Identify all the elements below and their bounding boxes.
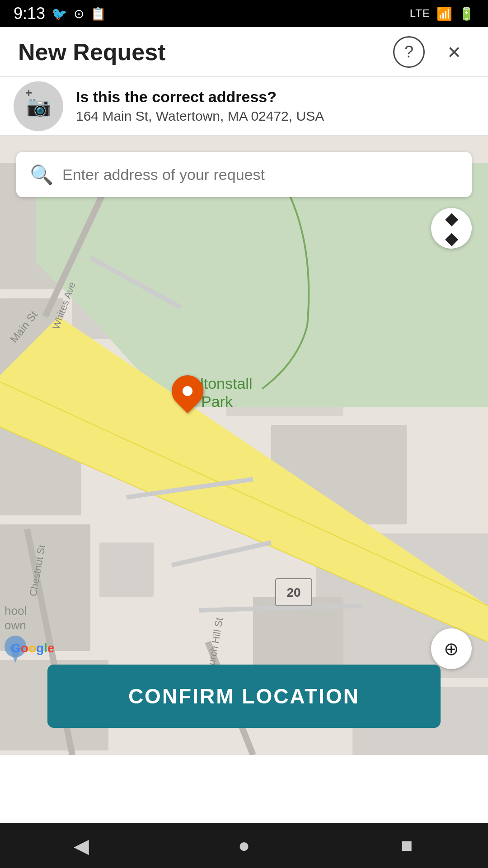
- google-o1: o: [21, 641, 28, 656]
- location-pin: [172, 375, 203, 407]
- back-nav-button[interactable]: ◀: [63, 832, 99, 859]
- search-input[interactable]: [62, 166, 458, 184]
- help-icon: ?: [404, 42, 413, 61]
- header-actions: ? ×: [393, 36, 470, 68]
- address-bar: + 📷 Is this the correct address? 164 Mai…: [0, 77, 488, 136]
- address-question: Is this the correct address?: [76, 88, 324, 106]
- pin-body: [165, 369, 210, 414]
- battery-icon: 🔋: [459, 6, 474, 21]
- svg-text:20: 20: [286, 585, 300, 599]
- gps-icon: ⊕: [444, 638, 459, 659]
- google-logo: Google: [11, 641, 54, 656]
- page-title: New Request: [18, 38, 166, 66]
- map-svg: 20 Main St Whites Ave Chestnut St Church…: [0, 136, 488, 755]
- svg-text:hool: hool: [5, 604, 27, 618]
- clipboard-icon: 📋: [90, 6, 106, 21]
- status-bar: 9:13 🐦 ⊙ 📋 LTE 📶 🔋: [0, 0, 488, 27]
- recent-icon: ■: [401, 834, 413, 857]
- close-icon: ×: [447, 39, 460, 65]
- status-right-icons: LTE 📶 🔋: [410, 6, 474, 21]
- search-bar[interactable]: 🔍: [16, 152, 472, 197]
- recent-nav-button[interactable]: ■: [389, 832, 425, 859]
- address-value: 164 Main St, Watertown, MA 02472, USA: [76, 108, 324, 124]
- bottom-nav: ◀ ● ■: [0, 823, 488, 868]
- help-button[interactable]: ?: [393, 36, 425, 68]
- back-icon: ◀: [74, 834, 89, 857]
- home-nav-button[interactable]: ●: [226, 832, 262, 859]
- google-e: e: [47, 641, 55, 656]
- map-container[interactable]: 20 Main St Whites Ave Chestnut St Church…: [0, 136, 488, 755]
- close-button[interactable]: ×: [438, 36, 470, 68]
- pin-dot: [183, 386, 192, 396]
- plus-icon: +: [25, 86, 32, 100]
- google-l: l: [44, 641, 47, 656]
- layers-icon: ◆◆: [445, 208, 458, 248]
- search-icon: 🔍: [30, 164, 53, 186]
- svg-text:Park: Park: [201, 393, 233, 410]
- status-time: 9:13: [14, 4, 45, 23]
- circle-arrow-icon: ⊙: [74, 6, 84, 21]
- lte-icon: LTE: [410, 7, 430, 20]
- google-g2: g: [36, 641, 44, 656]
- address-text-block: Is this the correct address? 164 Main St…: [76, 88, 324, 124]
- confirm-location-button[interactable]: CONFIRM LOCATION: [47, 665, 441, 728]
- header: New Request ? ×: [0, 27, 488, 77]
- signal-icon: 📶: [436, 6, 452, 21]
- gps-button[interactable]: ⊕: [431, 628, 472, 669]
- svg-text:own: own: [5, 618, 26, 632]
- status-left: 9:13 🐦 ⊙ 📋: [14, 4, 106, 23]
- google-o2: o: [28, 641, 36, 656]
- svg-rect-7: [99, 542, 154, 597]
- layer-toggle-button[interactable]: ◆◆: [431, 208, 472, 249]
- bird-icon: 🐦: [52, 6, 67, 21]
- google-g: G: [11, 641, 21, 656]
- home-icon: ●: [238, 834, 250, 857]
- photo-upload-button[interactable]: + 📷: [14, 81, 63, 131]
